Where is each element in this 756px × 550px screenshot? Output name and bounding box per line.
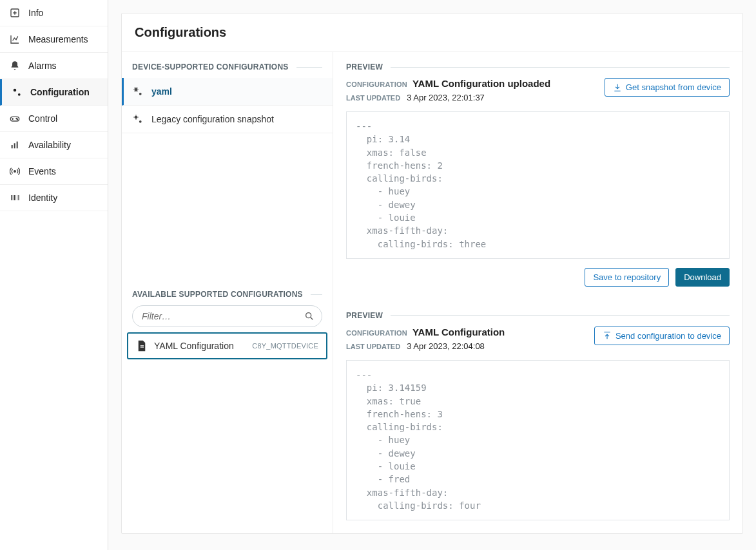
sidebar-item-label: Info [28, 8, 43, 18]
sidebar-item-configuration[interactable]: Configuration [0, 79, 108, 106]
file-icon [136, 340, 148, 352]
svg-rect-11 [13, 195, 14, 200]
gears-icon [132, 86, 144, 97]
config-item-legacy[interactable]: Legacy configuration snapshot [122, 106, 333, 133]
sidebar-item-label: Identity [28, 193, 57, 203]
sidebar-item-control[interactable]: Control [0, 106, 108, 132]
svg-rect-12 [14, 195, 15, 200]
save-to-repository-button[interactable]: Save to repository [585, 268, 669, 287]
svg-rect-13 [15, 195, 16, 200]
sidebar-item-alarms[interactable]: Alarms [0, 53, 108, 79]
send-configuration-button[interactable]: Send configuration to device [594, 327, 730, 345]
preview2-config-key: CONFIGURATION [346, 329, 407, 337]
search-icon [304, 311, 315, 321]
sidebar-item-label: Availability [28, 140, 71, 150]
preview1-code: --- pi: 3.14 xmas: false french-hens: 2 … [346, 111, 730, 259]
svg-point-9 [14, 171, 16, 173]
svg-point-20 [306, 313, 311, 318]
gears-icon [132, 113, 144, 125]
svg-point-19 [139, 120, 142, 123]
gears-icon [11, 86, 23, 98]
svg-point-16 [135, 88, 138, 91]
preview1-heading: PREVIEW [346, 52, 730, 71]
preview1-config-value: YAML Configuration uploaded [412, 78, 550, 89]
svg-point-1 [14, 89, 17, 92]
preview1-config-key: CONFIGURATION [346, 81, 407, 88]
sidebar: Info Measurements Alarms Configuration C… [0, 0, 108, 550]
sidebar-item-label: Events [28, 166, 56, 176]
download-icon [613, 83, 622, 92]
device-configs-heading: DEVICE-SUPPORTED CONFIGURATIONS [122, 52, 333, 71]
sidebar-item-events[interactable]: Events [0, 158, 108, 185]
get-snapshot-button[interactable]: Get snapshot from device [605, 78, 730, 97]
svg-rect-14 [17, 195, 17, 200]
sidebar-item-info[interactable]: Info [0, 0, 108, 26]
sidebar-item-availability[interactable]: Availability [0, 132, 108, 158]
available-config-tag: C8Y_MQTTDEVICE [252, 342, 318, 350]
preview1-updated-key: LAST UPDATED [346, 94, 400, 102]
sidebar-item-label: Measurements [28, 34, 88, 44]
available-config-name: YAML Configuration [154, 341, 246, 351]
config-left-column: DEVICE-SUPPORTED CONFIGURATIONS yaml [122, 52, 333, 533]
preview2-updated-value: 3 Apr 2023, 22:04:08 [407, 341, 485, 351]
available-configs-heading: AVAILABLE SUPPORTED CONFIGURATIONS [122, 280, 333, 299]
svg-rect-22 [141, 347, 144, 348]
plus-box-icon [9, 7, 21, 19]
preview2-config-value: YAML Configuration [412, 327, 505, 337]
available-config-item[interactable]: YAML Configuration C8Y_MQTTDEVICE [127, 332, 327, 359]
sidebar-item-label: Configuration [30, 87, 90, 97]
svg-rect-8 [17, 142, 18, 149]
preview1-updated-value: 3 Apr 2023, 22:01:37 [407, 93, 485, 102]
svg-rect-6 [12, 145, 13, 148]
main-content: Configurations DEVICE-SUPPORTED CONFIGUR… [108, 0, 756, 550]
barcode-icon [9, 192, 21, 204]
gamepad-icon [9, 113, 21, 124]
bell-icon [9, 60, 21, 71]
page-title: Configurations [122, 14, 742, 52]
filter-input[interactable] [132, 305, 322, 327]
svg-point-17 [139, 93, 142, 95]
config-item-label: Legacy configuration snapshot [151, 114, 274, 124]
config-item-label: yaml [151, 86, 172, 97]
sidebar-item-label: Alarms [28, 61, 57, 71]
preview2-heading: PREVIEW [346, 301, 730, 320]
svg-point-18 [135, 116, 138, 119]
bar-chart-icon [9, 139, 21, 151]
sidebar-item-measurements[interactable]: Measurements [0, 26, 108, 53]
upload-icon [603, 331, 612, 340]
sidebar-item-identity[interactable]: Identity [0, 185, 108, 211]
download-button[interactable]: Download [675, 268, 730, 287]
broadcast-icon [9, 166, 21, 177]
svg-rect-7 [14, 143, 15, 148]
svg-point-2 [18, 93, 21, 96]
svg-point-5 [17, 119, 17, 120]
preview2-updated-key: LAST UPDATED [346, 343, 400, 350]
svg-rect-21 [141, 345, 144, 346]
line-chart-icon [9, 33, 21, 45]
svg-rect-15 [18, 195, 19, 200]
config-item-yaml[interactable]: yaml [122, 78, 333, 106]
preview2-code: --- pi: 3.14159 xmas: true french-hens: … [346, 360, 730, 520]
config-right-column: PREVIEW CONFIGURATION YAML Configuration… [333, 52, 742, 533]
svg-rect-10 [11, 195, 12, 200]
sidebar-item-label: Control [28, 113, 57, 124]
